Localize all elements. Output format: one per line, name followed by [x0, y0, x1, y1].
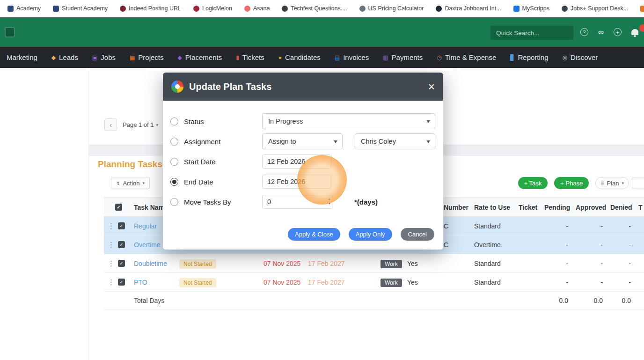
select-all-checkbox[interactable]: ✓: [115, 204, 122, 211]
action-button[interactable]: ↯ Action ▾: [111, 177, 150, 189]
invoices-icon: ▤: [335, 55, 340, 60]
nav-item-marketing[interactable]: Marketing: [7, 53, 37, 61]
stepper-up-icon[interactable]: ▲: [328, 197, 331, 201]
app-logo[interactable]: [5, 27, 15, 37]
bookmark-indeed[interactable]: Indeed Posting URL: [120, 5, 181, 12]
nav-item-tickets[interactable]: ▮Tickets: [236, 53, 264, 61]
stepper-down-icon[interactable]: ▼: [328, 201, 331, 206]
col-number[interactable]: Number: [440, 198, 470, 217]
move-days-input[interactable]: 0 ▲▼: [262, 195, 333, 209]
nav-item-jobs[interactable]: ▣Jobs: [92, 53, 116, 61]
end-date-input[interactable]: 12 Feb 2026: [262, 175, 331, 189]
add-task-button[interactable]: + Task: [518, 177, 548, 189]
nav-label: Placements: [185, 53, 222, 61]
number-cell: C: [440, 235, 470, 254]
start-date-radio[interactable]: [170, 158, 178, 166]
bookmark-favicon: [562, 6, 568, 12]
quick-search-input[interactable]: [490, 26, 573, 40]
task-name-link[interactable]: Overtime: [134, 241, 161, 249]
bookmark-favicon: [640, 6, 644, 12]
bookmark-asana[interactable]: Asana: [244, 5, 270, 12]
cancel-button[interactable]: Cancel: [401, 228, 434, 241]
approved-cell: -: [572, 273, 607, 292]
row-menu-icon[interactable]: ⋮: [108, 241, 115, 249]
assignee-select[interactable]: Chris Coley: [355, 133, 435, 149]
bookmark-label: Student Academy: [62, 5, 108, 12]
col-rate-to-use[interactable]: Rate to Use: [470, 198, 515, 217]
bookmark-us-pricing[interactable]: US Pricing Calculator: [359, 5, 424, 12]
task-name-link[interactable]: Doubletime: [134, 260, 167, 267]
bookmark-label: Academy: [16, 5, 41, 12]
close-icon[interactable]: ×: [428, 81, 435, 93]
col-pending[interactable]: Pending: [541, 198, 572, 217]
pagination-prev-button[interactable]: ‹: [104, 118, 117, 131]
nav-item-time-expense[interactable]: ◷Time & Expense: [437, 53, 496, 61]
discover-search-icon: ◎: [563, 55, 567, 60]
task-name-link[interactable]: PTO: [134, 279, 147, 286]
bookmark-logicmelon[interactable]: LogicMelon: [193, 5, 232, 12]
apply-only-button[interactable]: Apply Only: [349, 228, 392, 241]
row-menu-icon[interactable]: ⋮: [108, 278, 115, 287]
header-icons: ? ∞ +: [580, 17, 644, 47]
bookmark-myscripps[interactable]: MyScripps: [513, 5, 549, 12]
nav-item-projects[interactable]: ▦Projects: [130, 53, 164, 61]
row-checkbox[interactable]: ✓: [118, 260, 125, 267]
nav-item-leads[interactable]: ◆Leads: [51, 53, 78, 61]
check-icon: ✓: [119, 242, 123, 247]
move-days-value: 0: [267, 198, 271, 206]
nav-item-candidates[interactable]: ●Candidates: [278, 53, 321, 61]
assignment-radio[interactable]: [170, 138, 178, 146]
status-radio[interactable]: [170, 118, 178, 125]
number-stepper[interactable]: ▲▼: [328, 197, 331, 206]
row-checkbox[interactable]: ✓: [118, 279, 125, 286]
add-phase-button[interactable]: + Phase: [554, 177, 589, 189]
help-icon[interactable]: ?: [580, 28, 588, 36]
col-approved[interactable]: Approved: [572, 198, 607, 217]
row-menu-icon[interactable]: ⋮: [108, 259, 115, 268]
bookmark-daxtra[interactable]: Daxtra Jobboard Int...: [436, 5, 501, 12]
task-name-link[interactable]: Regular: [134, 222, 157, 230]
table-row: ⋮✓ Doubletime Not Started 07 Nov 2025 17…: [104, 254, 644, 273]
bookmark-techfest[interactable]: Techfest Questions....: [282, 5, 347, 12]
ticket-cell: [515, 217, 541, 235]
assign-type-select[interactable]: Assign to: [262, 133, 343, 149]
bookmark-academy[interactable]: Academy: [7, 5, 41, 12]
projects-icon: ▦: [130, 55, 135, 60]
nav-item-invoices[interactable]: ▤Invoices: [335, 53, 369, 61]
bookmark-xml-feed[interactable]: XML FEED: [640, 5, 644, 12]
nav-item-payments[interactable]: ▥Payments: [383, 53, 423, 61]
move-tasks-radio[interactable]: [170, 198, 178, 206]
row-checkbox[interactable]: ✓: [118, 241, 125, 248]
leads-icon: ◆: [51, 55, 56, 60]
pagination-label[interactable]: Page 1 of 1▾: [123, 121, 158, 128]
bookmark-jobs-support[interactable]: Jobs+ Support Desk...: [562, 5, 628, 12]
status-select[interactable]: In Progress: [262, 113, 435, 129]
start-date-value: 12 Feb 2026: [267, 158, 305, 165]
col-truncated[interactable]: T: [635, 198, 644, 217]
payments-icon: ▥: [383, 55, 388, 60]
end-date-radio[interactable]: [170, 178, 178, 186]
col-ticket[interactable]: Ticket: [515, 198, 541, 217]
chevron-down-icon: ▾: [622, 181, 624, 185]
add-icon[interactable]: +: [614, 28, 622, 36]
row-menu-icon[interactable]: ⋮: [108, 222, 115, 230]
rate-cell: Overtime: [470, 235, 515, 254]
filter-button[interactable]: [632, 177, 644, 189]
col-denied[interactable]: Denied: [607, 198, 635, 217]
plan-button[interactable]: ≡ Plan ▾: [595, 177, 629, 189]
bookmark-favicon: [513, 6, 520, 12]
nav-item-placements[interactable]: ◆Placements: [178, 53, 222, 61]
days-suffix: *(days): [354, 198, 378, 206]
main-navbar: Marketing ◆Leads ▣Jobs ▦Projects ◆Placem…: [0, 47, 644, 68]
nav-item-discover[interactable]: ◎Discover: [563, 53, 598, 61]
link-icon[interactable]: ∞: [598, 28, 604, 37]
nav-item-reporting[interactable]: ▊Reporting: [510, 53, 548, 61]
notifications-bell-icon[interactable]: [631, 29, 638, 35]
check-icon: ✓: [119, 261, 123, 266]
bookmark-student-academy[interactable]: Student Academy: [53, 5, 108, 12]
row-checkbox[interactable]: ✓: [118, 222, 125, 229]
modal-footer: Apply & Close Apply Only Cancel: [288, 228, 434, 241]
check-icon: ✓: [117, 205, 120, 210]
start-date-input[interactable]: 12 Feb 2026: [262, 154, 331, 169]
apply-close-button[interactable]: Apply & Close: [288, 228, 340, 241]
